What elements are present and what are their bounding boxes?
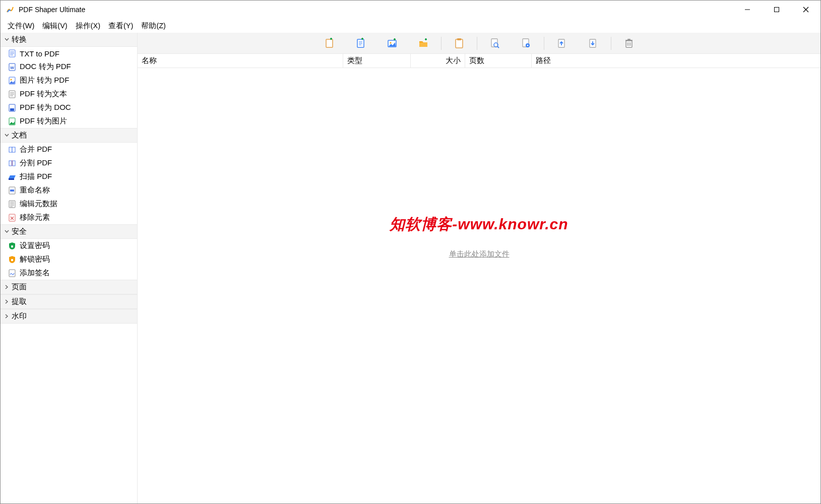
signature-icon bbox=[8, 269, 17, 278]
group-watermark[interactable]: 水印 bbox=[1, 309, 137, 324]
watermark-text: 知软博客-www.knowr.cn bbox=[390, 214, 568, 235]
window-title: PDF Shaper Ultimate bbox=[19, 6, 85, 14]
svg-rect-61 bbox=[627, 39, 630, 40]
sidebar-item-label: PDF 转为文本 bbox=[20, 89, 67, 99]
sidebar-item-label: 重命名称 bbox=[20, 185, 50, 195]
sidebar-item-label: 移除元素 bbox=[20, 213, 50, 222]
sidebar-item-split[interactable]: 分割 PDF bbox=[1, 156, 137, 170]
svg-rect-35 bbox=[11, 245, 13, 247]
pdf-img-icon bbox=[8, 117, 17, 126]
chevron-right-icon bbox=[4, 299, 10, 304]
toolbar-separator bbox=[611, 37, 611, 50]
shield-unlock-icon bbox=[8, 255, 17, 264]
sidebar: 转换 TXT to PDF W DOC 转为 PDF 图片 转为 PDF PDF… bbox=[1, 33, 138, 503]
page-settings-button[interactable] bbox=[511, 33, 542, 54]
app-icon bbox=[6, 5, 15, 14]
sidebar-item-pdf-to-doc[interactable]: PDF 转为 DOC bbox=[1, 101, 137, 114]
sidebar-item-txt-to-pdf[interactable]: TXT to PDF bbox=[1, 47, 137, 60]
svg-rect-47 bbox=[457, 38, 461, 40]
sidebar-item-label: DOC 转为 PDF bbox=[20, 62, 71, 72]
sidebar-item-label: 解锁密码 bbox=[20, 255, 50, 264]
delete-button[interactable] bbox=[613, 33, 645, 54]
sidebar-item-img-to-pdf[interactable]: 图片 转为 PDF bbox=[1, 74, 137, 87]
chevron-down-icon bbox=[4, 37, 10, 42]
move-down-button[interactable] bbox=[578, 33, 609, 54]
toolbar-separator bbox=[544, 37, 544, 50]
sidebar-item-rename[interactable]: 重命名称 bbox=[1, 183, 137, 197]
group-convert[interactable]: 转换 bbox=[1, 33, 137, 47]
col-pages[interactable]: 页数 bbox=[465, 54, 532, 68]
chevron-right-icon bbox=[4, 314, 10, 319]
menu-bar: 文件(W) 编辑(V) 操作(X) 查看(Y) 帮助(Z) bbox=[1, 19, 820, 33]
menu-action[interactable]: 操作(X) bbox=[72, 20, 104, 32]
menu-view[interactable]: 查看(Y) bbox=[104, 20, 137, 32]
sidebar-item-scan[interactable]: 扫描 PDF bbox=[1, 170, 137, 183]
close-button[interactable] bbox=[791, 1, 820, 19]
svg-rect-46 bbox=[456, 39, 463, 48]
svg-point-53 bbox=[527, 44, 528, 46]
window-controls bbox=[733, 1, 820, 19]
move-up-button[interactable] bbox=[546, 33, 578, 54]
page-preview-button[interactable] bbox=[479, 33, 511, 54]
group-security[interactable]: 安全 bbox=[1, 224, 137, 239]
svg-rect-17 bbox=[10, 108, 14, 111]
svg-rect-38 bbox=[326, 39, 333, 47]
col-path[interactable]: 路径 bbox=[532, 54, 820, 68]
main-area: 名称 类型 大小 页数 路径 知软博客-www.knowr.cn 单击此处添加文… bbox=[138, 33, 820, 503]
clipboard-button[interactable] bbox=[444, 33, 475, 54]
sidebar-item-unlock-password[interactable]: 解锁密码 bbox=[1, 253, 137, 266]
group-document[interactable]: 文档 bbox=[1, 128, 137, 143]
sidebar-item-label: 分割 PDF bbox=[20, 158, 52, 168]
add-text-button[interactable] bbox=[345, 33, 376, 54]
group-extract[interactable]: 提取 bbox=[1, 294, 137, 309]
chevron-down-icon bbox=[4, 229, 10, 234]
svg-rect-22 bbox=[13, 161, 15, 166]
add-files-hint[interactable]: 单击此处添加文件 bbox=[449, 249, 510, 259]
minimize-button[interactable] bbox=[733, 1, 762, 19]
menu-help[interactable]: 帮助(Z) bbox=[137, 20, 170, 32]
remove-icon bbox=[8, 213, 17, 222]
sidebar-item-label: 设置密码 bbox=[20, 241, 50, 250]
group-convert-label: 转换 bbox=[12, 35, 27, 44]
svg-rect-36 bbox=[11, 259, 13, 261]
chevron-right-icon bbox=[4, 285, 10, 289]
split-icon bbox=[8, 159, 17, 168]
svg-rect-26 bbox=[10, 190, 14, 192]
sidebar-item-doc-to-pdf[interactable]: W DOC 转为 PDF bbox=[1, 60, 137, 74]
sidebar-item-merge[interactable]: 合并 PDF bbox=[1, 143, 137, 156]
sidebar-item-pdf-to-img[interactable]: PDF 转为图片 bbox=[1, 114, 137, 128]
merge-icon bbox=[8, 145, 17, 154]
svg-rect-19 bbox=[9, 147, 12, 152]
sidebar-item-label: TXT to PDF bbox=[20, 49, 59, 58]
file-list[interactable]: 知软博客-www.knowr.cn 单击此处添加文件 bbox=[138, 68, 820, 503]
pdf-doc-icon bbox=[8, 103, 17, 112]
sidebar-item-set-password[interactable]: 设置密码 bbox=[1, 239, 137, 253]
col-size[interactable]: 大小 bbox=[411, 54, 465, 68]
col-type[interactable]: 类型 bbox=[343, 54, 411, 68]
sidebar-item-label: PDF 转为图片 bbox=[20, 116, 67, 126]
svg-point-44 bbox=[390, 42, 391, 43]
menu-edit[interactable]: 编辑(V) bbox=[38, 20, 71, 32]
add-image-button[interactable] bbox=[376, 33, 408, 54]
svg-line-50 bbox=[497, 46, 499, 48]
add-folder-button[interactable] bbox=[408, 33, 439, 54]
svg-rect-24 bbox=[9, 178, 14, 180]
group-security-label: 安全 bbox=[12, 227, 27, 236]
sidebar-item-add-signature[interactable]: 添加签名 bbox=[1, 266, 137, 280]
svg-rect-37 bbox=[9, 270, 15, 277]
add-file-button[interactable] bbox=[314, 33, 345, 54]
group-page[interactable]: 页面 bbox=[1, 280, 137, 294]
sidebar-item-remove[interactable]: 移除元素 bbox=[1, 211, 137, 224]
maximize-button[interactable] bbox=[762, 1, 791, 19]
col-name[interactable]: 名称 bbox=[138, 54, 343, 68]
menu-file[interactable]: 文件(W) bbox=[4, 20, 38, 32]
sidebar-item-label: 图片 转为 PDF bbox=[20, 76, 69, 85]
group-document-label: 文档 bbox=[12, 131, 27, 140]
scan-icon bbox=[8, 172, 17, 181]
svg-rect-1 bbox=[775, 8, 779, 12]
title-bar: PDF Shaper Ultimate bbox=[1, 1, 820, 19]
svg-rect-20 bbox=[12, 147, 15, 152]
sidebar-item-label: 添加签名 bbox=[20, 268, 50, 278]
sidebar-item-pdf-to-txt[interactable]: PDF 转为文本 bbox=[1, 87, 137, 101]
sidebar-item-metadata[interactable]: 编辑元数据 bbox=[1, 197, 137, 211]
